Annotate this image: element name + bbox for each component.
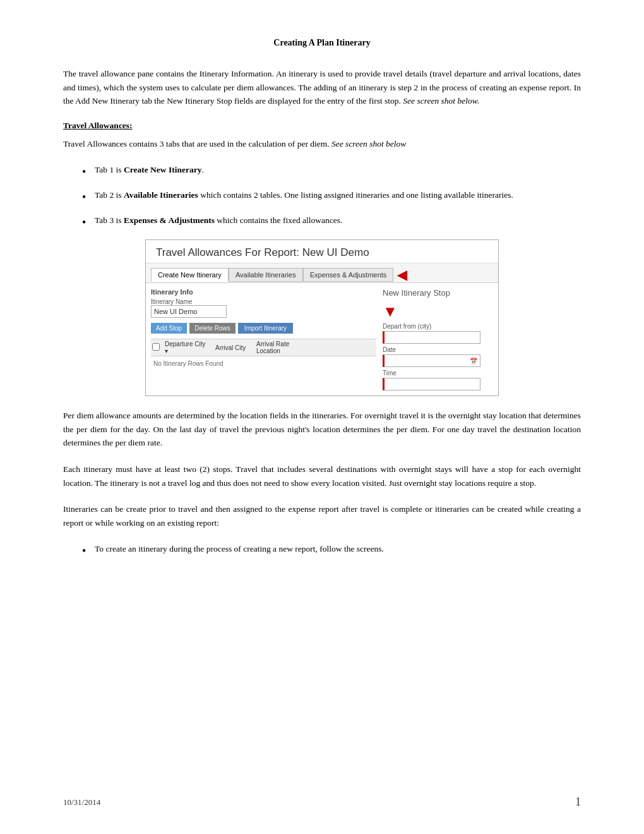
add-stop-button[interactable]: Add Stop (151, 323, 187, 334)
bullet-3-bold: Expenses & Adjustments (124, 215, 215, 225)
screenshot-body: Itinerary Info Itinerary Name Add Stop D… (146, 283, 498, 396)
intro-text: The travel allowance pane contains the I… (63, 69, 581, 106)
time-input[interactable] (383, 378, 480, 390)
arrival-rate-col: Arrival Rate Location (254, 341, 311, 354)
bullet-item-3: Tab 3 is Expenses & Adjustments which co… (82, 214, 581, 227)
depart-from-label: Depart from (city) (383, 323, 493, 330)
per-diem-paragraph: Per diem allowance amounts are determine… (63, 409, 581, 450)
action-buttons: Add Stop Delete Rows Import Itinerary (151, 323, 376, 334)
delete-rows-button[interactable]: Delete Rows (189, 323, 236, 334)
ta-intro-italic: See screen shot below (331, 139, 406, 148)
footer-date: 10/31/2014 (63, 797, 100, 807)
arrival-city-col: Arrival City (213, 344, 254, 351)
bullet-item-1: Tab 1 is Create New Itinerary. (82, 163, 581, 177)
footer: 10/31/2014 1 (63, 795, 581, 809)
bullet-item-2: Tab 2 is Available Itineraries which con… (82, 188, 581, 202)
departure-city-col: Departure City ▾ (162, 341, 213, 354)
stops-paragraph: Each itinerary must have at least two (2… (63, 462, 581, 490)
bullet-2-prefix: Tab 2 is (95, 190, 124, 200)
ta-intro-text: Travel Allowances contains 3 tabs that a… (63, 139, 330, 148)
tab-expenses-adjustments[interactable]: Expenses & Adjustments (303, 268, 394, 282)
page-title: Creating A Plan Itinerary (63, 38, 581, 48)
travel-allowances-heading: Travel Allowances: (63, 121, 581, 131)
travel-allowances-intro: Travel Allowances contains 3 tabs that a… (63, 137, 581, 151)
stop-title: New Itinerary Stop (383, 288, 493, 298)
tab-create-new-itinerary[interactable]: Create New Itinerary (151, 268, 229, 282)
last-bullet-item: To create an itinerary during the proces… (82, 542, 581, 556)
table-empty-message: No Itinerary Rows Found (151, 356, 376, 371)
import-itinerary-button[interactable]: Import Itinerary (238, 323, 293, 334)
left-panel: Itinerary Info Itinerary Name Add Stop D… (151, 288, 376, 390)
depart-from-input[interactable] (383, 331, 480, 344)
intro-paragraph: The travel allowance pane contains the I… (63, 67, 581, 108)
date-input-container: 📅 (383, 354, 480, 367)
calendar-icon: 📅 (470, 358, 477, 365)
bullet-1-prefix: Tab 1 is (95, 165, 124, 174)
table-checkbox-col (151, 343, 162, 352)
itinerary-name-input[interactable] (151, 305, 227, 318)
time-label: Time (383, 370, 493, 377)
page: Creating A Plan Itinerary The travel all… (0, 0, 644, 834)
screenshot-container: Travel Allowances For Report: New UI Dem… (145, 239, 499, 396)
red-arrow-icon: ◀ (397, 267, 407, 282)
bullet-2-bold: Available Itineraries (124, 190, 198, 200)
itinerary-info-section: Itinerary Info Itinerary Name (151, 288, 376, 318)
bullet-1-suffix: . (201, 165, 203, 174)
date-label: Date (383, 346, 493, 353)
screenshot-title: Travel Allowances For Report: New UI Dem… (146, 240, 498, 263)
red-down-arrow-icon: ▼ (383, 303, 493, 320)
itinerary-info-label: Itinerary Info (151, 288, 376, 296)
new-itinerary-stop: New Itinerary Stop ▼ Depart from (city) … (383, 288, 493, 390)
bullet-3-prefix: Tab 3 is (95, 215, 124, 225)
itinerary-name-label: Itinerary Name (151, 298, 376, 305)
table-header: Departure City ▾ Arrival City Arrival Ra… (151, 339, 376, 356)
tabs-bullet-list: Tab 1 is Create New Itinerary. Tab 2 is … (63, 163, 581, 227)
tab-available-itineraries[interactable]: Available Itineraries (229, 268, 303, 282)
bullet-1-bold: Create New Itinerary (124, 165, 201, 174)
bullet-3-suffix: which contains the fixed allowances. (215, 215, 342, 225)
select-all-checkbox[interactable] (152, 343, 160, 351)
screenshot-tabs: Create New Itinerary Available Itinerari… (146, 263, 498, 283)
right-panel: New Itinerary Stop ▼ Depart from (city) … (383, 288, 493, 390)
footer-page-number: 1 (575, 795, 581, 809)
bullet-2-suffix: which contains 2 tables. One listing ass… (198, 190, 513, 200)
intro-italic: See screen shot below. (403, 96, 479, 106)
create-paragraph: Itineraries can be create prior to trave… (63, 502, 581, 529)
last-bullet-list: To create an itinerary during the proces… (63, 542, 581, 556)
